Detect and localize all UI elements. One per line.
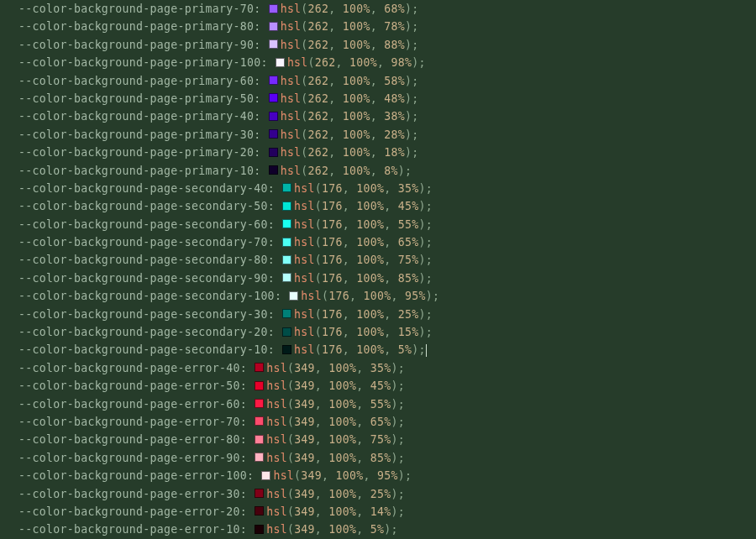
code-line[interactable]: --color-background-page-primary-20: hsl(…: [18, 144, 756, 161]
paren-close: ): [405, 128, 412, 141]
colon: :: [240, 433, 254, 446]
css-property: --color-background-page-primary-10: [18, 165, 254, 177]
function-name: hsl: [294, 236, 315, 249]
color-swatch-icon: [282, 309, 291, 318]
code-line[interactable]: --color-background-page-secondary-100: h…: [18, 287, 756, 305]
function-name: hsl: [266, 452, 287, 464]
function-name: hsl: [266, 488, 287, 500]
colon: :: [260, 56, 274, 69]
function-name: hsl: [294, 218, 315, 231]
code-line[interactable]: --color-background-page-primary-30: hsl(…: [18, 126, 756, 144]
code-line[interactable]: --color-background-page-error-10: hsl(34…: [18, 521, 756, 538]
colon: :: [254, 20, 267, 33]
code-line[interactable]: --color-background-page-error-20: hsl(34…: [18, 503, 756, 521]
code-line[interactable]: --color-background-page-error-40: hsl(34…: [18, 359, 756, 377]
code-line[interactable]: --color-background-page-primary-60: hsl(…: [18, 72, 756, 90]
code-line[interactable]: --color-background-page-primary-10: hsl(…: [18, 162, 756, 180]
color-swatch-icon: [255, 363, 264, 372]
code-line[interactable]: --color-background-page-primary-50: hsl(…: [18, 90, 756, 107]
color-swatch-icon: [261, 471, 270, 480]
comma: ,: [328, 20, 342, 33]
paren-open: (: [315, 308, 322, 321]
function-name: hsl: [294, 254, 315, 266]
comma: ,: [370, 165, 384, 177]
saturation-value: 100%: [364, 290, 391, 302]
code-line[interactable]: --color-background-page-primary-100: hsl…: [18, 54, 756, 71]
paren-open: (: [287, 398, 294, 411]
hue-value: 349: [301, 469, 322, 482]
colon: :: [268, 218, 281, 231]
css-property: --color-background-page-secondary-100: [18, 290, 275, 302]
lightness-value: 28%: [384, 128, 405, 141]
paren-close: ): [418, 326, 425, 338]
css-property: --color-background-page-secondary-30: [18, 308, 268, 321]
paren-close: ): [405, 75, 412, 87]
code-line[interactable]: --color-background-page-primary-40: hsl(…: [18, 107, 756, 125]
paren-close: ): [391, 505, 398, 518]
lightness-value: 95%: [377, 469, 398, 482]
saturation-value: 100%: [343, 3, 370, 15]
hue-value: 262: [308, 146, 329, 159]
paren-close: ): [418, 236, 425, 249]
code-line[interactable]: --color-background-page-primary-80: hsl(…: [18, 18, 756, 35]
css-property: --color-background-page-primary-40: [18, 110, 254, 123]
function-name: hsl: [294, 326, 315, 338]
function-name: hsl: [281, 128, 302, 141]
paren-close: ): [391, 398, 398, 411]
code-line[interactable]: --color-background-page-secondary-90: hs…: [18, 270, 756, 287]
code-line[interactable]: --color-background-page-error-70: hsl(34…: [18, 413, 756, 431]
code-line[interactable]: --color-background-page-secondary-80: hs…: [18, 251, 756, 269]
semicolon: ;: [426, 200, 433, 212]
code-line[interactable]: --color-background-page-secondary-30: hs…: [18, 306, 756, 323]
code-line[interactable]: --color-background-page-error-80: hsl(34…: [18, 431, 756, 448]
code-line[interactable]: --color-background-page-error-30: hsl(34…: [18, 485, 756, 503]
semicolon: ;: [412, 128, 418, 141]
code-line[interactable]: --color-background-page-secondary-20: hs…: [18, 323, 756, 341]
color-swatch-icon: [276, 58, 285, 67]
saturation-value: 100%: [356, 326, 384, 338]
colon: :: [268, 272, 281, 285]
code-line[interactable]: --color-background-page-error-90: hsl(34…: [18, 449, 756, 467]
semicolon: ;: [426, 326, 433, 338]
text-cursor-icon: [426, 344, 427, 357]
code-line[interactable]: --color-background-page-secondary-60: hs…: [18, 216, 756, 233]
css-property: --color-background-page-error-90: [18, 452, 240, 464]
code-line[interactable]: --color-background-page-secondary-40: hs…: [18, 180, 756, 197]
function-name: hsl: [294, 182, 315, 195]
colon: :: [268, 182, 281, 195]
hue-value: 262: [308, 92, 329, 105]
colon: :: [247, 469, 260, 482]
hue-value: 349: [294, 452, 315, 464]
code-line[interactable]: --color-background-page-secondary-70: hs…: [18, 233, 756, 251]
code-line[interactable]: --color-background-page-primary-70: hsl(…: [18, 0, 756, 18]
code-line[interactable]: --color-background-page-error-100: hsl(3…: [18, 467, 756, 484]
function-name: hsl: [266, 416, 287, 428]
lightness-value: 25%: [370, 488, 391, 500]
semicolon: ;: [412, 146, 418, 159]
paren-close: ): [398, 165, 405, 177]
saturation-value: 100%: [328, 523, 356, 536]
colon: :: [268, 343, 281, 356]
colon: :: [268, 200, 281, 212]
paren-open: (: [301, 165, 307, 177]
code-line[interactable]: --color-background-page-primary-90: hsl(…: [18, 36, 756, 54]
code-line[interactable]: --color-background-page-secondary-50: hs…: [18, 197, 756, 215]
color-swatch-icon: [282, 183, 291, 192]
code-editor[interactable]: --color-background-page-primary-70: hsl(…: [0, 0, 756, 539]
comma: ,: [370, 110, 384, 123]
comma: ,: [315, 488, 328, 500]
comma: ,: [356, 416, 370, 428]
saturation-value: 100%: [356, 218, 384, 231]
comma: ,: [370, 128, 384, 141]
function-name: hsl: [294, 308, 315, 321]
paren-open: (: [287, 452, 294, 464]
code-line[interactable]: --color-background-page-secondary-10: hs…: [18, 341, 756, 358]
paren-open: (: [315, 236, 322, 249]
code-line[interactable]: --color-background-page-error-60: hsl(34…: [18, 395, 756, 413]
code-line[interactable]: --color-background-page-error-50: hsl(34…: [18, 377, 756, 395]
saturation-value: 100%: [356, 308, 384, 321]
saturation-value: 100%: [328, 379, 356, 392]
css-property: --color-background-page-secondary-60: [18, 218, 268, 231]
css-property: --color-background-page-secondary-20: [18, 326, 268, 338]
saturation-value: 100%: [328, 488, 356, 500]
